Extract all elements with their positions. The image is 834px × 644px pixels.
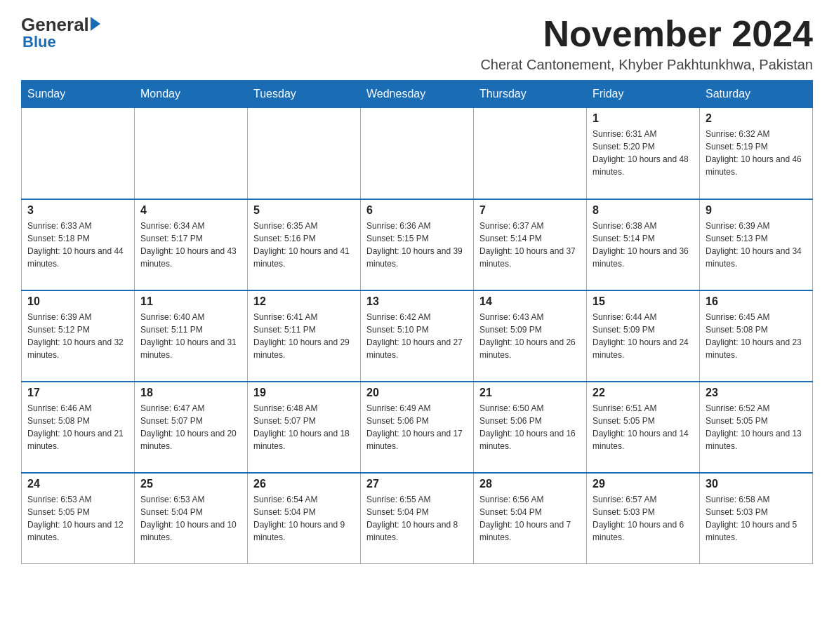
calendar-cell: 9Sunrise: 6:39 AMSunset: 5:13 PMDaylight… [700, 199, 813, 290]
cell-day-number: 3 [27, 204, 128, 217]
cell-sun-info: Sunrise: 6:50 AMSunset: 5:06 PMDaylight:… [479, 402, 581, 452]
location-title: Cherat Cantonement, Khyber Pakhtunkhwa, … [480, 57, 813, 73]
cell-day-number: 25 [140, 478, 241, 490]
cell-day-number: 11 [140, 295, 241, 308]
cell-day-number: 22 [593, 387, 694, 399]
calendar-cell [135, 108, 248, 199]
cell-day-number: 27 [366, 478, 468, 490]
cell-day-number: 21 [479, 387, 581, 399]
calendar-cell: 2Sunrise: 6:32 AMSunset: 5:19 PMDaylight… [700, 108, 813, 199]
calendar-row-3: 17Sunrise: 6:46 AMSunset: 5:08 PMDayligh… [22, 382, 813, 473]
calendar-row-0: 1Sunrise: 6:31 AMSunset: 5:20 PMDaylight… [22, 108, 813, 199]
cell-sun-info: Sunrise: 6:57 AMSunset: 5:03 PMDaylight:… [593, 493, 694, 544]
calendar-cell: 29Sunrise: 6:57 AMSunset: 5:03 PMDayligh… [587, 473, 700, 564]
cell-sun-info: Sunrise: 6:48 AMSunset: 5:07 PMDaylight:… [253, 402, 355, 452]
calendar-cell [22, 108, 135, 199]
calendar-cell: 30Sunrise: 6:58 AMSunset: 5:03 PMDayligh… [700, 473, 813, 564]
cell-day-number: 2 [706, 112, 807, 125]
calendar-cell: 4Sunrise: 6:34 AMSunset: 5:17 PMDaylight… [135, 199, 248, 290]
calendar-header-row: SundayMondayTuesdayWednesdayThursdayFrid… [22, 81, 813, 108]
cell-sun-info: Sunrise: 6:58 AMSunset: 5:03 PMDaylight:… [706, 493, 807, 544]
cell-sun-info: Sunrise: 6:33 AMSunset: 5:18 PMDaylight:… [27, 220, 128, 270]
cell-day-number: 24 [27, 478, 128, 490]
calendar-cell: 5Sunrise: 6:35 AMSunset: 5:16 PMDaylight… [248, 199, 361, 290]
calendar-cell: 7Sunrise: 6:37 AMSunset: 5:14 PMDaylight… [474, 199, 587, 290]
calendar-cell [361, 108, 474, 199]
calendar-cell: 16Sunrise: 6:45 AMSunset: 5:08 PMDayligh… [700, 290, 813, 382]
cell-day-number: 16 [706, 295, 807, 308]
cell-day-number: 9 [706, 204, 807, 217]
cell-sun-info: Sunrise: 6:36 AMSunset: 5:15 PMDaylight:… [366, 220, 468, 270]
cell-day-number: 4 [140, 204, 241, 217]
cell-day-number: 28 [479, 478, 581, 490]
cell-sun-info: Sunrise: 6:51 AMSunset: 5:05 PMDaylight:… [593, 402, 694, 452]
cell-sun-info: Sunrise: 6:41 AMSunset: 5:11 PMDaylight:… [253, 311, 355, 361]
cell-sun-info: Sunrise: 6:45 AMSunset: 5:08 PMDaylight:… [706, 311, 807, 361]
header-thursday: Thursday [474, 81, 587, 108]
calendar-cell: 23Sunrise: 6:52 AMSunset: 5:05 PMDayligh… [700, 382, 813, 473]
page-header: General Blue November 2024 Cherat Canton… [21, 14, 813, 73]
cell-sun-info: Sunrise: 6:31 AMSunset: 5:20 PMDaylight:… [593, 128, 694, 178]
cell-day-number: 13 [366, 295, 468, 308]
cell-day-number: 15 [593, 295, 694, 308]
header-friday: Friday [587, 81, 700, 108]
calendar-row-4: 24Sunrise: 6:53 AMSunset: 5:05 PMDayligh… [22, 473, 813, 564]
calendar-cell: 3Sunrise: 6:33 AMSunset: 5:18 PMDaylight… [22, 199, 135, 290]
cell-sun-info: Sunrise: 6:55 AMSunset: 5:04 PMDaylight:… [366, 493, 468, 544]
cell-day-number: 6 [366, 204, 468, 217]
calendar-cell: 14Sunrise: 6:43 AMSunset: 5:09 PMDayligh… [474, 290, 587, 382]
cell-sun-info: Sunrise: 6:46 AMSunset: 5:08 PMDaylight:… [27, 402, 128, 452]
calendar-cell: 20Sunrise: 6:49 AMSunset: 5:06 PMDayligh… [361, 382, 474, 473]
cell-sun-info: Sunrise: 6:52 AMSunset: 5:05 PMDaylight:… [706, 402, 807, 452]
calendar-cell: 28Sunrise: 6:56 AMSunset: 5:04 PMDayligh… [474, 473, 587, 564]
calendar-cell: 13Sunrise: 6:42 AMSunset: 5:10 PMDayligh… [361, 290, 474, 382]
calendar-cell [248, 108, 361, 199]
month-title: November 2024 [480, 14, 813, 54]
calendar-cell: 15Sunrise: 6:44 AMSunset: 5:09 PMDayligh… [587, 290, 700, 382]
calendar-cell: 10Sunrise: 6:39 AMSunset: 5:12 PMDayligh… [22, 290, 135, 382]
calendar-cell: 27Sunrise: 6:55 AMSunset: 5:04 PMDayligh… [361, 473, 474, 564]
logo: General Blue [21, 14, 100, 51]
calendar-cell: 22Sunrise: 6:51 AMSunset: 5:05 PMDayligh… [587, 382, 700, 473]
cell-sun-info: Sunrise: 6:43 AMSunset: 5:09 PMDaylight:… [479, 311, 581, 361]
calendar-row-2: 10Sunrise: 6:39 AMSunset: 5:12 PMDayligh… [22, 290, 813, 382]
calendar-cell: 1Sunrise: 6:31 AMSunset: 5:20 PMDaylight… [587, 108, 700, 199]
cell-sun-info: Sunrise: 6:53 AMSunset: 5:05 PMDaylight:… [27, 493, 128, 544]
calendar-cell: 26Sunrise: 6:54 AMSunset: 5:04 PMDayligh… [248, 473, 361, 564]
header-tuesday: Tuesday [248, 81, 361, 108]
calendar-cell: 17Sunrise: 6:46 AMSunset: 5:08 PMDayligh… [22, 382, 135, 473]
calendar-cell: 21Sunrise: 6:50 AMSunset: 5:06 PMDayligh… [474, 382, 587, 473]
cell-sun-info: Sunrise: 6:42 AMSunset: 5:10 PMDaylight:… [366, 311, 468, 361]
cell-day-number: 20 [366, 387, 468, 399]
cell-day-number: 14 [479, 295, 581, 308]
calendar-cell: 25Sunrise: 6:53 AMSunset: 5:04 PMDayligh… [135, 473, 248, 564]
header-monday: Monday [135, 81, 248, 108]
cell-day-number: 12 [253, 295, 355, 308]
cell-day-number: 19 [253, 387, 355, 399]
calendar-cell: 8Sunrise: 6:38 AMSunset: 5:14 PMDaylight… [587, 199, 700, 290]
cell-day-number: 1 [593, 112, 694, 125]
cell-sun-info: Sunrise: 6:32 AMSunset: 5:19 PMDaylight:… [706, 128, 807, 178]
header-wednesday: Wednesday [361, 81, 474, 108]
calendar-row-1: 3Sunrise: 6:33 AMSunset: 5:18 PMDaylight… [22, 199, 813, 290]
calendar-cell: 11Sunrise: 6:40 AMSunset: 5:11 PMDayligh… [135, 290, 248, 382]
calendar-cell: 12Sunrise: 6:41 AMSunset: 5:11 PMDayligh… [248, 290, 361, 382]
header-sunday: Sunday [22, 81, 135, 108]
cell-sun-info: Sunrise: 6:40 AMSunset: 5:11 PMDaylight:… [140, 311, 241, 361]
cell-sun-info: Sunrise: 6:53 AMSunset: 5:04 PMDaylight:… [140, 493, 241, 544]
cell-sun-info: Sunrise: 6:47 AMSunset: 5:07 PMDaylight:… [140, 402, 241, 452]
calendar-cell: 6Sunrise: 6:36 AMSunset: 5:15 PMDaylight… [361, 199, 474, 290]
cell-day-number: 26 [253, 478, 355, 490]
calendar-table: SundayMondayTuesdayWednesdayThursdayFrid… [21, 80, 813, 564]
cell-sun-info: Sunrise: 6:37 AMSunset: 5:14 PMDaylight:… [479, 220, 581, 270]
cell-day-number: 30 [706, 478, 807, 490]
cell-sun-info: Sunrise: 6:44 AMSunset: 5:09 PMDaylight:… [593, 311, 694, 361]
cell-day-number: 23 [706, 387, 807, 399]
cell-day-number: 10 [27, 295, 128, 308]
cell-sun-info: Sunrise: 6:54 AMSunset: 5:04 PMDaylight:… [253, 493, 355, 544]
cell-sun-info: Sunrise: 6:34 AMSunset: 5:17 PMDaylight:… [140, 220, 241, 270]
title-block: November 2024 Cherat Cantonement, Khyber… [480, 14, 813, 73]
calendar-cell: 18Sunrise: 6:47 AMSunset: 5:07 PMDayligh… [135, 382, 248, 473]
cell-day-number: 17 [27, 387, 128, 399]
cell-day-number: 18 [140, 387, 241, 399]
